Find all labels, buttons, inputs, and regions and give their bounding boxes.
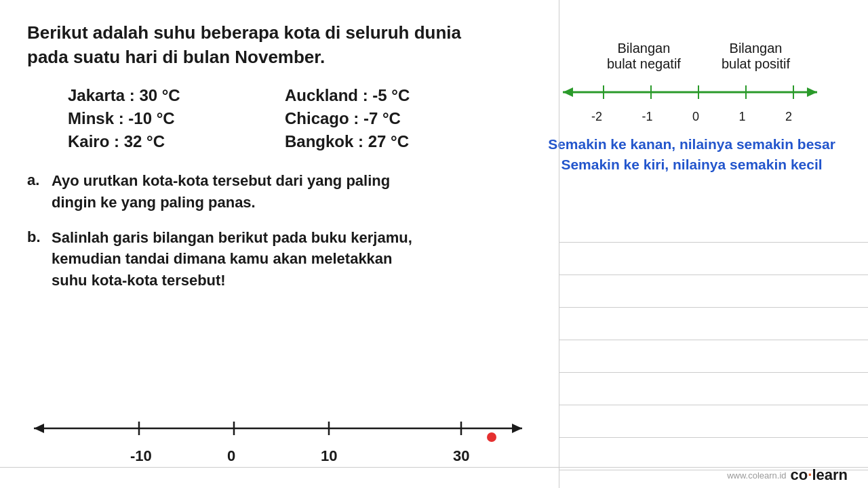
intro-line1: Berikut adalah suhu beberapa kota di sel… — [27, 22, 461, 43]
label-0: 0 — [227, 447, 235, 465]
city-jakarta: Jakarta : 30 °C — [68, 86, 285, 105]
cursor-dot — [487, 432, 496, 442]
hint-text-1: Semakin ke kanan, nilainya semakin besar — [529, 136, 854, 152]
hint-text-2: Semakin ke kiri, nilainya semakin kecil — [529, 157, 854, 173]
intro-line2: pada suatu hari di bulan November. — [27, 47, 325, 67]
question-a-text: Ayo urutkan kota-kota tersebut dari yang… — [52, 170, 390, 214]
question-b: b. Salinlah garis bilangan berikut pada … — [27, 227, 583, 292]
city-kairo: Kairo : 32 °C — [68, 132, 285, 151]
answer-line-4 — [559, 308, 868, 340]
question-b-text: Salinlah garis bilangan berikut pada buk… — [52, 227, 412, 292]
answer-line-6 — [559, 373, 868, 405]
answer-line-8 — [559, 438, 868, 470]
city-minsk: Minsk : -10 °C — [68, 109, 285, 128]
number-line-bottom-svg — [20, 415, 536, 442]
cities-table: Jakarta : 30 °C Auckland : -5 °C Minsk :… — [68, 86, 502, 151]
bilangan-header: Bilanganbulat negatif Bilanganbulat posi… — [529, 41, 854, 72]
label-pos1: 1 — [738, 110, 745, 124]
colearn-logo: www.colearn.id co·learn — [727, 466, 848, 484]
label-zero: 0 — [692, 110, 699, 124]
answer-lines-block — [559, 210, 868, 470]
number-line-right: -2 -1 0 1 2 — [556, 77, 827, 124]
colearn-dot: · — [808, 466, 812, 483]
answer-line-1 — [559, 210, 868, 243]
label-neg10: -10 — [130, 447, 152, 465]
number-line-right-svg — [556, 77, 827, 107]
svg-marker-2 — [512, 424, 522, 433]
number-line-bottom: -10 0 10 30 — [20, 415, 536, 447]
question-a: a. Ayo urutkan kota-kota tersebut dari y… — [27, 170, 583, 214]
answer-line-2 — [559, 243, 868, 275]
city-chicago: Chicago : -7 °C — [285, 109, 502, 128]
svg-marker-9 — [807, 87, 817, 97]
label-pos2: 2 — [785, 110, 792, 124]
city-bangkok: Bangkok : 27 °C — [285, 132, 502, 151]
svg-marker-1 — [34, 424, 44, 433]
intro-text: Berikut adalah suhu beberapa kota di sel… — [27, 20, 556, 70]
answer-line-5 — [559, 340, 868, 373]
colearn-brand: co·learn — [791, 466, 848, 484]
bilangan-negatif-label: Bilanganbulat negatif — [607, 41, 681, 72]
question-section: a. Ayo urutkan kota-kota tersebut dari y… — [27, 170, 583, 291]
label-neg2: -2 — [591, 110, 602, 124]
svg-marker-8 — [563, 87, 573, 97]
question-b-label: b. — [27, 227, 52, 246]
answer-line-7 — [559, 405, 868, 438]
bilangan-positif-label: Bilanganbulat positif — [722, 41, 790, 72]
label-neg1: -1 — [642, 110, 652, 124]
city-auckland: Auckland : -5 °C — [285, 86, 502, 105]
right-panel: Bilanganbulat negatif Bilanganbulat posi… — [529, 41, 854, 173]
number-line-right-labels: -2 -1 0 1 2 — [556, 110, 827, 124]
label-10: 10 — [321, 447, 337, 465]
question-a-label: a. — [27, 170, 52, 189]
label-30: 30 — [453, 447, 469, 465]
colearn-url: www.colearn.id — [727, 470, 786, 481]
answer-line-3 — [559, 275, 868, 308]
